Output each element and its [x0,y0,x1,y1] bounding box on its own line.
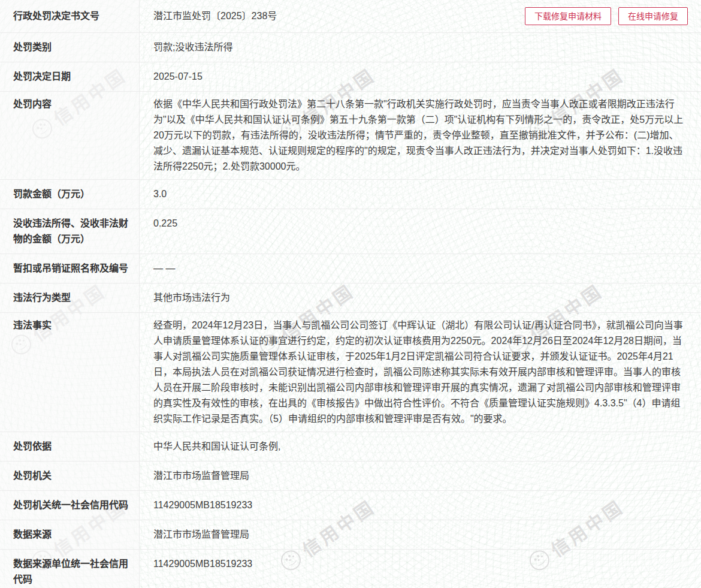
field-label: 罚款金额（万元） [0,180,140,209]
field-value-text: 潜江市市场监督管理局 [153,471,249,481]
field-label: 违法事实 [0,313,140,432]
field-label-text: 数据来源 [13,529,52,539]
download-repair-materials-button[interactable]: 下载修复申请材料 [525,7,611,25]
field-value: 其他市场违法行为 [140,284,701,312]
field-value: — — [140,254,701,283]
field-value: 0.225 [140,209,701,254]
field-value-text: 罚款;没收违法所得 [153,42,232,52]
field-value: 2025-07-15 [140,62,701,91]
field-label-text: 处罚内容 [13,99,52,109]
field-label: 违法行为类型 [0,284,140,312]
field-value-text: 0.225 [153,218,177,228]
field-value: 潜江市市场监督管理局 [140,462,701,490]
field-value: 中华人民共和国认证认可条例, [140,432,701,461]
field-value: 潜江市市场监督管理局 [140,520,701,549]
field-label-text: 处罚类别 [13,42,52,52]
field-label-text: 处罚机关 [13,471,52,481]
field-label: 处罚机关 [0,462,140,490]
field-label-text: 没收违法所得、没收非法财物的金额（万元） [13,218,128,244]
table-row: 处罚依据 中华人民共和国认证认可条例, [0,432,701,462]
field-label-text: 违法行为类型 [13,293,71,303]
field-value-text: 中华人民共和国认证认可条例, [153,441,280,451]
field-value: 罚款;没收违法所得 [140,33,701,62]
table-row: 数据来源 潜江市市场监督管理局 [0,520,701,550]
field-label-text: 行政处罚决定书文号 [13,11,99,21]
field-value-text: 2025-07-15 [153,71,203,82]
table-row: 违法事实 经查明，2024年12月23日，当事人与凯福公司公司签订《中辉认证（湖… [0,313,701,432]
table-row: 处罚机关 潜江市市场监督管理局 [0,462,701,491]
table-row: 没收违法所得、没收非法财物的金额（万元） 0.225 [0,209,701,254]
table-row: 违法行为类型 其他市场违法行为 [0,284,701,313]
field-value: 经查明，2024年12月23日，当事人与凯福公司公司签订《中辉认证（湖北）有限公… [140,313,701,432]
table-row: 罚款金额（万元） 3.0 [0,180,701,209]
field-value: 潜江市监处罚〔2025〕238号 下载修复申请材料 在线申请修复 [140,0,701,32]
field-label: 处罚内容 [0,92,140,179]
table-row: 数据来源单位统一社会信用代码 11429005MB18519233 [0,550,701,588]
field-label: 暂扣或吊销证照名称及编号 [0,254,140,283]
field-value-text: 11429005MB18519233 [153,500,252,510]
field-value-text: 3.0 [153,189,167,199]
field-label: 处罚机关统一社会信用代码 [0,491,140,520]
field-label: 数据来源单位统一社会信用代码 [0,550,140,588]
table-row: 暂扣或吊销证照名称及编号 — — [0,254,701,284]
field-label: 没收违法所得、没收非法财物的金额（万元） [0,209,140,254]
penalty-detail-table: 行政处罚决定书文号 潜江市监处罚〔2025〕238号 下载修复申请材料 在线申请… [0,0,701,588]
field-label: 数据来源 [0,520,140,549]
field-value-text: 经查明，2024年12月23日，当事人与凯福公司公司签订《中辉认证（湖北）有限公… [153,320,683,424]
field-label: 处罚类别 [0,33,140,62]
online-repair-apply-button[interactable]: 在线申请修复 [618,7,688,25]
field-label: 处罚决定日期 [0,62,140,91]
field-value-text: 其他市场违法行为 [153,293,230,303]
field-label-text: 处罚决定日期 [13,71,71,82]
field-label: 行政处罚决定书文号 [0,0,140,32]
table-row: 处罚内容 依据《中华人民共和国行政处罚法》第二十八条第一款"行政机关实施行政处罚… [0,92,701,180]
field-value-text: — — [153,263,175,273]
table-row: 处罚机关统一社会信用代码 11429005MB18519233 [0,491,701,520]
field-value-text: 潜江市监处罚〔2025〕238号 [153,11,277,21]
repair-actions: 下载修复申请材料 在线申请修复 [525,7,688,25]
field-value-text: 依据《中华人民共和国行政处罚法》第二十八条第一款"行政机关实施行政处罚时，应当责… [153,99,683,171]
table-row: 行政处罚决定书文号 潜江市监处罚〔2025〕238号 下载修复申请材料 在线申请… [0,0,701,33]
field-value-text: 潜江市市场监督管理局 [153,529,249,539]
table-row: 处罚决定日期 2025-07-15 [0,62,701,92]
field-value: 11429005MB18519233 [140,550,701,588]
field-value: 依据《中华人民共和国行政处罚法》第二十八条第一款"行政机关实施行政处罚时，应当责… [140,92,701,179]
field-label-text: 处罚机关统一社会信用代码 [13,500,128,510]
field-label-text: 暂扣或吊销证照名称及编号 [13,263,128,273]
table-row: 处罚类别 罚款;没收违法所得 [0,33,701,62]
field-label: 处罚依据 [0,432,140,461]
field-label-text: 处罚依据 [13,441,52,451]
field-label-text: 数据来源单位统一社会信用代码 [13,559,128,584]
field-label-text: 违法事实 [13,320,52,330]
field-value-text: 11429005MB18519233 [153,559,252,569]
field-label-text: 罚款金额（万元） [13,189,90,199]
field-value: 11429005MB18519233 [140,491,701,520]
field-value: 3.0 [140,180,701,209]
